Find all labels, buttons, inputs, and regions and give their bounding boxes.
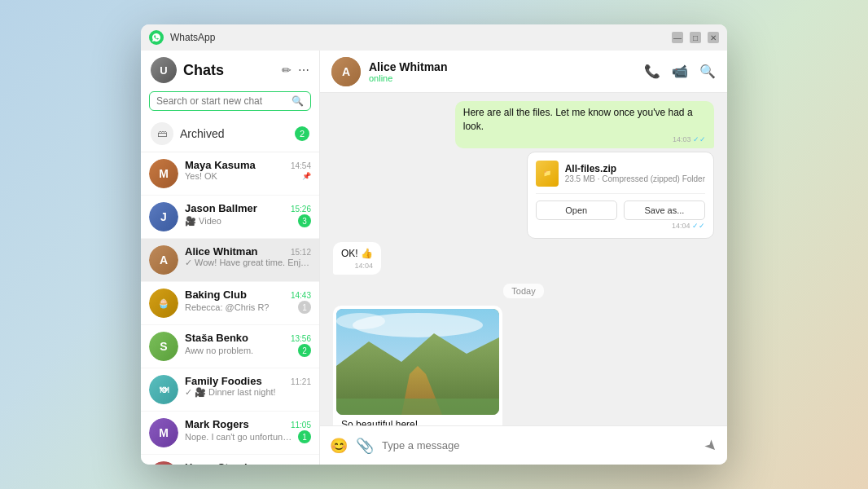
bubble-time-ok: 14:04 xyxy=(341,262,373,270)
attach-icon[interactable]: 📎 xyxy=(356,437,374,455)
avatar-maya: M xyxy=(149,159,178,188)
chat-header-avatar: A xyxy=(331,57,361,86)
archive-icon: 🗃 xyxy=(151,122,173,145)
avatar-mark: M xyxy=(149,418,178,447)
chat-preview-stasa: Aww no problem. xyxy=(185,346,295,355)
save-as-button[interactable]: Save as... xyxy=(624,200,705,220)
chat-info-alice: Alice Whitman 15:12 ✓ Wow! Have great ti… xyxy=(185,245,311,268)
file-top: 📁 All-files.zip 23.5 MB · Compressed (zi… xyxy=(536,161,705,187)
avatar-family: 🍽 xyxy=(149,375,178,404)
avatar-jason: J xyxy=(149,202,178,231)
chat-info-mark: Mark Rogers 11:05 Nope. I can't go unfor… xyxy=(185,418,311,443)
pin-icon-maya: 📌 xyxy=(302,172,311,180)
emoji-icon[interactable]: 😊 xyxy=(330,437,348,455)
file-bubble: 📁 All-files.zip 23.5 MB · Compressed (zi… xyxy=(527,152,714,239)
chat-time-alice: 15:12 xyxy=(291,248,311,257)
archived-badge: 2 xyxy=(295,126,309,141)
file-info: All-files.zip 23.5 MB · Compressed (zipp… xyxy=(565,163,705,183)
chat-name-stasa: Staša Benko xyxy=(185,332,248,344)
whatsapp-logo xyxy=(149,30,164,45)
svg-point-2 xyxy=(336,313,385,329)
chat-name-baking: Baking Club xyxy=(185,289,247,301)
tick-file: ✓✓ xyxy=(692,222,705,230)
bubble-1: Here are all the files. Let me know once… xyxy=(455,101,714,148)
search-input-wrap: 🔍 xyxy=(149,91,311,111)
bubble-time-1: 14:03 ✓✓ xyxy=(463,135,706,143)
minimize-button[interactable]: — xyxy=(672,32,683,43)
app-title: WhatsApp xyxy=(170,32,672,43)
search-input[interactable] xyxy=(156,95,287,107)
chat-preview-jason: 🎥 Video xyxy=(185,216,295,227)
bubble-text-ok: OK! 👍 xyxy=(341,247,373,261)
chat-name-alice: Alice Whitman xyxy=(185,245,258,258)
chat-item-mark[interactable]: M Mark Rogers 11:05 Nope. I can't go unf… xyxy=(141,412,319,455)
search-container: 🔍 xyxy=(141,88,319,116)
chat-item-maya[interactable]: M Maya Kasuma 14:54 Yes! OK 📌 xyxy=(141,152,319,196)
messages-area: Here are all the files. Let me know once… xyxy=(320,93,727,425)
voice-call-icon[interactable]: 📞 xyxy=(644,64,660,79)
chat-header-info: Alice Whitman online xyxy=(369,60,644,83)
chat-preview-maya: Yes! OK xyxy=(185,171,300,181)
chat-item-family[interactable]: 🍽 Family Foodies 11:21 ✓ 🎥 Dinner last n… xyxy=(141,368,319,412)
image-placeholder xyxy=(336,309,499,415)
chat-time-maya: 14:54 xyxy=(291,161,311,170)
search-icon: 🔍 xyxy=(292,95,304,107)
msg-row-file: 📁 All-files.zip 23.5 MB · Compressed (zi… xyxy=(333,152,714,239)
chat-badge-jason: 3 xyxy=(298,214,311,227)
chat-header-status: online xyxy=(369,73,644,83)
chat-item-henry[interactable]: H Henry Strachan 10:56 typing... xyxy=(141,455,319,465)
close-button[interactable]: ✕ xyxy=(708,32,719,43)
chat-time-jason: 15:26 xyxy=(291,205,311,214)
maximize-button[interactable]: □ xyxy=(690,32,701,43)
msg-row-1: Here are all the files. Let me know once… xyxy=(333,101,714,148)
image-caption: So beautiful here! xyxy=(341,419,418,425)
window-controls: — □ ✕ xyxy=(672,32,719,43)
chat-badge-baking: 1 xyxy=(298,301,311,314)
chat-item-stasa[interactable]: S Staša Benko 13:56 Aww no problem. 2 xyxy=(141,325,319,368)
open-button[interactable]: Open xyxy=(536,200,617,220)
chat-name-family: Family Foodies xyxy=(185,375,262,387)
chat-item-jason[interactable]: J Jason Ballmer 15:26 🎥 Video 3 xyxy=(141,196,319,239)
sidebar: U Chats ✏ ⋯ 🔍 🗃 Archived 2 xyxy=(141,51,320,465)
bubble-ok: OK! 👍 14:04 xyxy=(333,242,381,275)
video-call-icon[interactable]: 📹 xyxy=(672,64,688,79)
chat-item-alice[interactable]: A Alice Whitman 15:12 ✓ Wow! Have great … xyxy=(141,239,319,282)
archived-row[interactable]: 🗃 Archived 2 xyxy=(141,116,319,152)
avatar-stasa: S xyxy=(149,332,178,361)
date-separator: Today xyxy=(333,283,714,297)
msg-input-area: 😊 📎 ➤ xyxy=(320,425,727,465)
chat-time-mark: 11:05 xyxy=(291,421,311,430)
chat-preview-baking: Rebecca: @Chris R? xyxy=(185,302,295,312)
sidebar-action-icons: ✏ ⋯ xyxy=(282,64,309,77)
chat-info-family: Family Foodies 11:21 ✓ 🎥 Dinner last nig… xyxy=(185,375,311,398)
chat-info-henry: Henry Strachan 10:56 typing... xyxy=(185,461,311,465)
chat-time-stasa: 13:56 xyxy=(291,334,311,343)
archived-label: Archived xyxy=(180,127,295,140)
search-chat-icon[interactable]: 🔍 xyxy=(699,64,716,79)
chat-name-henry: Henry Strachan xyxy=(185,461,263,465)
chat-preview-family: ✓ 🎥 Dinner last night! xyxy=(185,387,311,398)
chat-item-baking[interactable]: 🧁 Baking Club 14:43 Rebecca: @Chris R? 1 xyxy=(141,282,319,325)
new-chat-icon[interactable]: ✏ xyxy=(282,64,292,77)
chat-header: A Alice Whitman online 📞 📹 🔍 xyxy=(320,51,727,93)
sidebar-title: Chats xyxy=(183,62,282,79)
avatar-alice: A xyxy=(149,245,178,275)
msg-row-image: So beautiful here! 15:06 ❤️ xyxy=(333,306,714,425)
file-size: 23.5 MB · Compressed (zipped) Folder xyxy=(565,174,705,183)
chat-header-icons: 📞 📹 🔍 xyxy=(644,64,716,79)
chat-preview-mark: Nope. I can't go unfortunately. xyxy=(185,432,295,442)
msg-row-received-ok: OK! 👍 14:04 xyxy=(333,242,714,275)
user-avatar[interactable]: U xyxy=(151,57,177,83)
send-icon[interactable]: ➤ xyxy=(700,434,721,456)
title-bar: WhatsApp — □ ✕ xyxy=(141,24,727,51)
chat-time-family: 11:21 xyxy=(291,377,311,386)
message-input[interactable] xyxy=(382,439,697,452)
main-content: U Chats ✏ ⋯ 🔍 🗃 Archived 2 xyxy=(141,51,727,465)
bubble-image: So beautiful here! 15:06 ❤️ xyxy=(333,306,502,425)
chat-info-baking: Baking Club 14:43 Rebecca: @Chris R? 1 xyxy=(185,289,311,314)
bubble-file: 📁 All-files.zip 23.5 MB · Compressed (zi… xyxy=(527,152,714,239)
more-options-icon[interactable]: ⋯ xyxy=(298,64,309,77)
chat-name-jason: Jason Ballmer xyxy=(185,202,257,214)
chat-name-mark: Mark Rogers xyxy=(185,418,249,430)
avatar-henry: H xyxy=(149,461,178,465)
